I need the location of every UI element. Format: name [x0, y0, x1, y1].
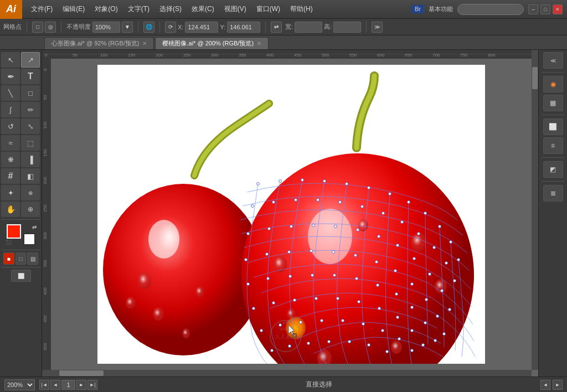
symbol-tool[interactable]: ❋: [1, 152, 20, 167]
warp-tool[interactable]: ≈: [1, 135, 20, 151]
tool-row-3: ╲ □: [1, 85, 40, 101]
grid-point-group: 网格点: [3, 23, 22, 31]
menu-window[interactable]: 窗口(W): [252, 2, 285, 16]
style-btn[interactable]: 🌐: [143, 22, 154, 33]
align-panel-btn[interactable]: ≡: [543, 137, 563, 154]
zoom-select[interactable]: 200% 100% 150% 300%: [4, 379, 35, 390]
vertical-scrollbar-thumb[interactable]: [532, 67, 538, 89]
tool-row-6: ≈ ⬚: [1, 135, 40, 151]
height-input[interactable]: [333, 22, 361, 33]
svg-point-82: [413, 257, 416, 260]
svg-point-75: [268, 228, 271, 230]
menu-select[interactable]: 选择(S): [155, 2, 186, 16]
menu-view[interactable]: 视图(V): [220, 2, 251, 16]
canvas-scroll[interactable]: 人人素材 WWW: [51, 59, 532, 370]
tab-cherry-close[interactable]: ✕: [257, 40, 261, 47]
tab-heart-close[interactable]: ✕: [142, 40, 147, 47]
column-graph-tool[interactable]: ▐: [21, 152, 40, 167]
tool-sep-2: [1, 250, 40, 250]
more-btn[interactable]: ≫: [372, 22, 383, 33]
default-colors[interactable]: ⬛: [6, 240, 12, 245]
svg-text:100: 100: [100, 53, 108, 58]
svg-point-62: [251, 205, 254, 208]
first-page-btn[interactable]: |◄: [39, 380, 49, 390]
horizontal-scrollbar-thumb[interactable]: [59, 370, 104, 376]
scale-tool[interactable]: ⤡: [21, 118, 40, 134]
minimize-button[interactable]: ─: [528, 4, 538, 14]
hand-tool[interactable]: ✋: [1, 202, 20, 217]
line-tool[interactable]: ╲: [1, 85, 20, 101]
x-input[interactable]: [185, 22, 218, 33]
menu-help[interactable]: 帮助(H): [286, 2, 317, 16]
width-input[interactable]: [295, 22, 322, 33]
close-button[interactable]: ✕: [553, 4, 563, 14]
rect-tool[interactable]: □: [21, 85, 40, 101]
transform-btn[interactable]: ⟳: [165, 22, 176, 33]
brush-tool[interactable]: ∫: [1, 102, 20, 117]
layers-panel-btn[interactable]: ≣: [543, 185, 563, 202]
pencil-tool[interactable]: ✏: [21, 102, 40, 117]
background-color[interactable]: [23, 233, 35, 245]
svg-point-74: [247, 233, 250, 235]
zoom-tool[interactable]: ⊕: [21, 202, 40, 217]
menu-effect[interactable]: 效果(C): [187, 2, 219, 16]
menu-file[interactable]: 文件(F): [27, 2, 57, 16]
direct-select-tool[interactable]: ↗: [21, 52, 40, 68]
svg-point-45: [391, 341, 402, 354]
tab-heart[interactable]: 心形图像.ai* @ 92% (RGB/预览) ✕: [44, 37, 154, 49]
svg-point-52: [301, 179, 304, 182]
prev-arrow[interactable]: ◄: [540, 380, 550, 390]
workspace-label: 基本功能: [429, 5, 453, 13]
y-input[interactable]: [227, 22, 260, 33]
svg-text:450: 450: [294, 53, 302, 58]
menu-text[interactable]: 文字(T): [123, 2, 154, 16]
eyedropper-tool[interactable]: ✦: [1, 185, 20, 200]
svg-point-87: [266, 253, 269, 256]
color-panel-btn[interactable]: ◉: [543, 76, 563, 92]
tool-sep-3: [1, 267, 40, 267]
menu-edit[interactable]: 编辑(E): [58, 2, 89, 16]
svg-point-68: [382, 212, 385, 215]
maximize-button[interactable]: □: [540, 4, 550, 14]
prev-page-btn[interactable]: ◄: [50, 380, 60, 390]
foreground-color[interactable]: [7, 224, 21, 239]
text-tool[interactable]: T: [21, 69, 40, 84]
horizontal-scrollbar[interactable]: [42, 370, 532, 376]
next-page-btn[interactable]: ►: [76, 380, 86, 390]
solid-fill-btn[interactable]: ■: [3, 252, 14, 265]
pathfinder-panel-btn[interactable]: ◩: [543, 161, 563, 178]
bridge-button[interactable]: Br: [411, 5, 424, 13]
rotate-tool[interactable]: ↺: [1, 118, 20, 134]
mesh-tool[interactable]: #: [1, 168, 20, 184]
transparency-dropdown[interactable]: ▼: [122, 22, 133, 33]
pen-tool[interactable]: ✒: [1, 69, 20, 84]
svg-point-85: [449, 308, 451, 311]
left-toolbar: ↖ ↗ ✒ T ╲ □ ∫ ✏ ↺ ⤡ ≈ ⬚ ❋ ▐ # ◧: [0, 50, 42, 376]
tab-heart-label: 心形图像.ai* @ 92% (RGB/预览): [51, 39, 139, 48]
transform-panel-btn[interactable]: ⬜: [543, 118, 563, 135]
no-fill-btn[interactable]: □: [16, 252, 27, 265]
tab-cherry[interactable]: 樱桃图像.ai* @ 200% (RGB/预览) ✕: [155, 37, 269, 49]
swap-colors[interactable]: ⇄: [32, 224, 37, 230]
swatches-panel-btn[interactable]: ▦: [543, 95, 563, 111]
last-page-btn[interactable]: ►|: [87, 380, 97, 390]
free-transform-tool[interactable]: ⬚: [21, 135, 40, 151]
stroke-btn[interactable]: □: [32, 22, 43, 33]
gradient-tool[interactable]: ◧: [21, 168, 40, 184]
menu-object[interactable]: 对象(O): [90, 2, 122, 16]
gradient-fill-btn[interactable]: ▨: [27, 252, 38, 265]
svg-point-116: [396, 316, 399, 319]
screen-mode-btn[interactable]: ⬜: [11, 270, 31, 282]
page-number-input[interactable]: [61, 380, 75, 390]
transparency-input[interactable]: [92, 22, 120, 33]
ai-logo: Ai: [0, 0, 22, 19]
vertical-scrollbar[interactable]: [532, 50, 538, 370]
link-btn[interactable]: ⇄: [271, 22, 282, 33]
svg-point-84: [441, 290, 444, 292]
select-tool[interactable]: ↖: [1, 52, 20, 68]
next-arrow[interactable]: ►: [553, 380, 563, 390]
search-input[interactable]: [457, 4, 524, 15]
fill-btn[interactable]: ◎: [45, 22, 56, 33]
expand-panel-btn[interactable]: ≪: [543, 52, 563, 69]
measure-tool[interactable]: ⊕: [21, 185, 40, 200]
